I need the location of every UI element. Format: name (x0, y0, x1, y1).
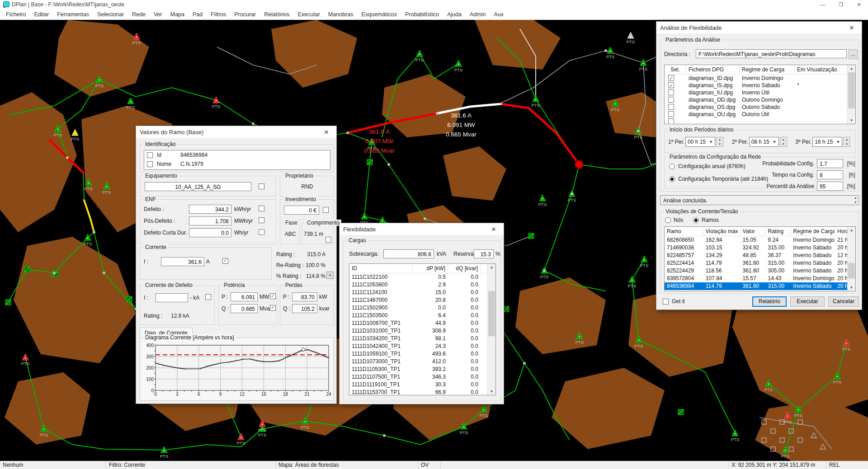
file-checkbox[interactable] (668, 82, 674, 88)
id-checkbox[interactable] (147, 152, 153, 158)
cargas-table-row[interactable]: 1111C1467000 20.8 0.0 (349, 296, 495, 304)
files-scrollbar[interactable]: ▲ ▼ (847, 65, 855, 124)
relatorio-button[interactable]: Relatório (752, 296, 787, 307)
cargas-table-row[interactable]: 1111C1022100 0.5 0.0 (349, 273, 495, 281)
menu-item[interactable]: Selecionar (93, 11, 128, 18)
potencia-checkbox[interactable] (270, 305, 276, 311)
potencia-field[interactable]: 0.665 (231, 304, 258, 313)
radio-config-anual[interactable] (669, 164, 675, 169)
investimento-field[interactable]: 0 € (284, 206, 319, 215)
periodo-spinner[interactable]: ▲▼ (716, 137, 723, 147)
files-table-row[interactable]: diagramas_OD.dpg Outono Domingo (665, 96, 855, 103)
cargas-table-row[interactable]: 1111D1008700_TP1 44.9 0.0 (349, 319, 495, 327)
cargas-table-row[interactable]: 1111D1107500_TP1 346.3 0.0 (349, 373, 495, 381)
cargas-table[interactable]: ID dP [kW] dQ [kvar] 1111C1022100 0.5 0.… (349, 263, 496, 395)
close-button[interactable]: ✕ (850, 0, 868, 9)
config-field-input[interactable]: 8 (817, 170, 843, 179)
investimento-checkbox[interactable] (323, 207, 329, 213)
cancelar-button[interactable]: Cancelar (828, 296, 859, 307)
scroll-down-icon[interactable]: ▼ (848, 284, 855, 291)
menu-item[interactable]: Ver (150, 11, 166, 18)
col-id[interactable]: ID (349, 264, 413, 273)
menu-item[interactable]: Relatórios (260, 11, 293, 18)
maximize-button[interactable]: ❐ (832, 0, 850, 9)
corrente-checkbox[interactable] (222, 258, 228, 264)
file-checkbox[interactable] (668, 97, 674, 103)
cdef-i-field[interactable] (156, 293, 188, 302)
violations-scrollbar[interactable]: ▲ ▼ (847, 227, 855, 291)
browse-button[interactable]: ... (849, 49, 858, 59)
cargas-table-row[interactable]: 1111D1034200_TP1 68.1 0.0 (349, 335, 495, 342)
dialog-analise-flexibilidade[interactable]: Análise de Flexibilidade ✕ Parâmetros da… (656, 21, 862, 310)
cargas-table-row[interactable]: 1111C1124100 15.0 0.0 (349, 289, 495, 296)
menu-item[interactable]: Ajuda (443, 11, 466, 18)
equipamento-checkbox[interactable] (259, 183, 264, 189)
getit-checkbox[interactable] (663, 299, 669, 305)
enf-row-checkbox[interactable] (259, 217, 264, 223)
menu-item[interactable]: Aux (490, 11, 508, 18)
file-checkbox[interactable] (668, 89, 674, 95)
close-icon[interactable]: ✕ (845, 24, 858, 31)
file-checkbox[interactable] (668, 111, 674, 117)
file-checkbox[interactable] (668, 104, 674, 110)
config-field-input[interactable]: 1.7 (817, 159, 843, 168)
cargas-table-row[interactable]: 1111C1503500 6.4 0.0 (349, 312, 495, 319)
col-valor[interactable]: Valor (741, 227, 766, 236)
violations-table-row[interactable]: 822485757 134.29 48.85 36.37 Inverno Sáb… (665, 252, 855, 259)
files-table-row[interactable]: diagramas_ID.dpg Inverno Domingo (665, 75, 855, 82)
scroll-up-icon[interactable]: ▲ (848, 65, 855, 72)
equipamento-field[interactable]: 10_AA_125_A_SG (145, 182, 251, 191)
executar-button[interactable]: Executar (790, 296, 825, 307)
files-table[interactable]: Sel. Ficheiros DPG Regime de Carga Em Vi… (664, 65, 856, 124)
scroll-down-icon[interactable]: ▼ (848, 117, 855, 124)
radio-nos[interactable] (665, 217, 671, 223)
violations-table-row[interactable]: 682608650 162.94 15.05 9.24 Inverno Domi… (665, 236, 855, 244)
menu-item[interactable]: Admin (466, 11, 490, 18)
menu-item[interactable]: Ferramentas (53, 11, 93, 18)
col-sel[interactable]: Sel. (665, 65, 686, 74)
enf-row-checkbox[interactable] (259, 206, 264, 211)
dialog-title-bar[interactable]: Flexibilidade ✕ (340, 223, 504, 235)
enf-row-field[interactable]: 0.0 (189, 228, 231, 237)
scroll-down-icon[interactable]: ▼ (488, 388, 495, 395)
col-violacao[interactable]: Violação máx (703, 227, 741, 236)
col-ficheiros[interactable]: Ficheiros DPG (686, 65, 740, 74)
cargas-table-row[interactable]: 1111D1119100_TP1 30.3 0.0 (349, 381, 495, 389)
menu-item[interactable]: Manobras (324, 11, 358, 18)
file-checkbox[interactable] (668, 118, 674, 124)
col-regime-carga[interactable]: Regime de Carga (791, 227, 835, 236)
col-visualizacao[interactable]: Em Visualização (795, 65, 848, 74)
menu-item[interactable]: Esquemáticos (357, 11, 401, 18)
cargas-table-row[interactable]: 1111D1059100_TP1 493.6 0.0 (349, 350, 495, 358)
potencia-field[interactable]: 6.091 (231, 292, 258, 301)
periodo-combo[interactable]: 16 h 15▼ (812, 137, 842, 147)
periodo-spinner[interactable]: ▲▼ (780, 137, 787, 147)
violations-table-row[interactable]: 825224414 114.79 361.60 315.00 Inverno S… (665, 259, 855, 267)
menu-item[interactable]: Rede (128, 11, 150, 18)
menu-item[interactable]: Filtros (207, 11, 230, 18)
col-rating[interactable]: Rating (765, 227, 791, 236)
config-field-input[interactable]: 95 (817, 182, 843, 191)
comprimento-checkbox[interactable] (326, 237, 331, 243)
menu-item[interactable]: Pad (189, 11, 207, 18)
close-icon[interactable]: ✕ (487, 226, 500, 233)
periodo-spinner[interactable]: ▲▼ (843, 137, 850, 147)
cargas-scrollbar[interactable]: ▲ ▼ (487, 264, 495, 395)
scroll-up-icon[interactable]: ▲ (848, 227, 855, 234)
violations-table-row[interactable]: 825224429 118.56 361.60 305.00 Inverno S… (665, 267, 855, 275)
violations-table-row[interactable]: 839572804 107.84 15.57 14.43 Inverno Dom… (665, 275, 855, 282)
col-dp[interactable]: dP [kW] (413, 264, 448, 273)
chevron-down-icon[interactable]: ▼ (773, 137, 777, 146)
minimize-button[interactable]: — (814, 0, 832, 9)
menu-item[interactable]: Editar (30, 11, 53, 18)
periodo-combo[interactable]: 00 h 15▼ (685, 137, 715, 147)
col-dq[interactable]: dQ [kvar] (448, 264, 481, 273)
col-ramo[interactable]: Ramo (665, 227, 703, 236)
menu-item[interactable]: Procurar (230, 11, 260, 18)
directoria-input[interactable]: F:\Work\Redes\MT\janas_oeste\Prob\Diagra… (696, 49, 847, 58)
file-checkbox[interactable] (668, 75, 674, 81)
files-table-row-partial[interactable] (665, 118, 855, 124)
menu-item[interactable]: Mapa (166, 11, 189, 18)
cdef-checkbox[interactable] (205, 294, 211, 300)
menu-item[interactable]: Probabilístico (401, 11, 443, 18)
